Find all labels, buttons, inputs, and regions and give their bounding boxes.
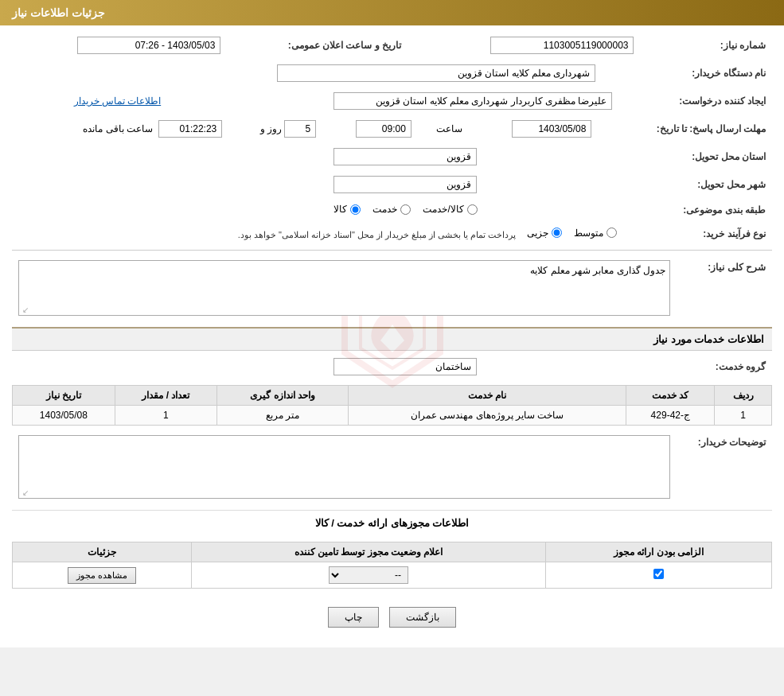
category-option-kala[interactable]: کالا xyxy=(333,204,361,215)
category-radio-kala-khedmat[interactable] xyxy=(467,204,478,215)
category-label: طبقه بندی موضوعی: xyxy=(484,200,772,220)
content-area: شماره نیاز: تاریخ و ساعت اعلان عمومی: نا… xyxy=(0,25,784,647)
need-number-input[interactable] xyxy=(490,37,634,54)
perm-col-details: جزئیات xyxy=(13,542,192,562)
form-row-2: نام دستگاه خریدار: xyxy=(12,61,772,85)
buyer-desc-resize: ↙ xyxy=(21,488,29,496)
province-input[interactable] xyxy=(333,148,477,165)
back-button[interactable]: بازگشت xyxy=(389,607,456,628)
description-box: جدول گذاری معابر شهر معلم کلایه ↙ xyxy=(18,260,670,316)
divider-1 xyxy=(12,250,772,251)
form-row-7: طبقه بندی موضوعی: کالا/خدمت خدمت xyxy=(12,200,772,220)
resize-handle: ↙ xyxy=(21,305,29,313)
service-row-num: 1 xyxy=(715,406,772,426)
service-date: 1403/05/08 xyxy=(13,406,115,426)
buyer-org-label: نام دستگاه خریدار: xyxy=(602,61,772,85)
perm-details-cell: مشاهده مجوز xyxy=(13,562,192,589)
buyer-desc-box: ↙ xyxy=(18,435,670,499)
service-group-label: گروه خدمت: xyxy=(483,355,772,379)
category-radio-group: کالا/خدمت خدمت کالا xyxy=(333,204,477,215)
button-bar: بازگشت چاپ xyxy=(12,595,772,640)
deadline-date-input[interactable] xyxy=(512,120,591,138)
page-title: جزئیات اطلاعات نیاز xyxy=(12,6,105,19)
city-input[interactable] xyxy=(333,176,477,193)
service-unit: متر مربع xyxy=(217,406,349,426)
form-row-3: ایجاد کننده درخواست: اطلاعات تماس خریدار xyxy=(12,89,772,113)
purchase-type-medium[interactable]: متوسط xyxy=(574,227,617,239)
creator-label: ایجاد کننده درخواست: xyxy=(618,89,772,113)
form-row-6: شهر محل تحویل: xyxy=(12,173,772,196)
city-label: شهر محل تحویل: xyxy=(483,173,772,196)
perm-status-cell: -- xyxy=(192,562,546,589)
service-name: ساخت سایر پروژه‌های مهندسی عمران xyxy=(348,406,626,426)
form-row-8: نوع فرآیند خرید: متوسط جزیی پرداخت تمام … xyxy=(12,224,772,244)
col-unit: واحد اندازه گیری xyxy=(217,386,349,406)
form-row-1: شماره نیاز: تاریخ و ساعت اعلان عمومی: xyxy=(12,33,772,57)
col-name: نام خدمت xyxy=(348,386,626,406)
permissions-table: الزامی بودن ارائه مجوز اعلام وضعیت مجوز … xyxy=(12,542,772,589)
creator-value xyxy=(169,89,618,113)
purchase-type-group: متوسط جزیی xyxy=(527,227,617,239)
perm-required-checkbox[interactable] xyxy=(653,569,664,579)
category-option-khedmat[interactable]: خدمت xyxy=(372,204,411,215)
purchase-radio-partial[interactable] xyxy=(552,227,562,238)
permissions-section-title: اطلاعات مجوزهای ارائه خدمت / کالا xyxy=(12,510,772,535)
contact-link[interactable]: اطلاعات تماس خریدار xyxy=(74,95,162,107)
deadline-remaining-input[interactable] xyxy=(158,120,222,138)
description-text: جدول گذاری معابر شهر معلم کلایه xyxy=(19,261,669,280)
buyer-org-value xyxy=(12,61,602,85)
form-row-service-group: گروه خدمت: xyxy=(12,355,772,379)
col-row: ردیف xyxy=(715,386,772,406)
creator-input[interactable] xyxy=(333,92,612,110)
deadline-days-input[interactable] xyxy=(284,120,316,138)
view-permit-button[interactable]: مشاهده مجوز xyxy=(68,567,136,584)
date-value xyxy=(12,33,227,57)
service-qty: 1 xyxy=(115,406,217,426)
deadline-time-input[interactable] xyxy=(356,120,412,138)
need-number-value xyxy=(425,33,640,57)
perm-col-required: الزامی بودن ارائه مجوز xyxy=(546,542,772,562)
form-row-buyer-desc: توضیحات خریدار: ↙ xyxy=(12,432,772,502)
col-code: کد خدمت xyxy=(626,386,715,406)
perm-required-cell xyxy=(546,562,772,589)
date-label: تاریخ و ساعت اعلان عمومی: xyxy=(227,33,425,57)
buyer-desc-label: توضیحات خریدار: xyxy=(677,432,772,502)
col-date: تاریخ نیاز xyxy=(13,386,115,406)
deadline-days: روز و xyxy=(228,117,320,141)
purchase-radio-medium[interactable] xyxy=(607,227,617,238)
perm-col-status: اعلام وضعیت مجوز توسط تامین کننده xyxy=(192,542,546,562)
perm-status-select[interactable]: -- xyxy=(329,566,408,584)
page-header: جزئیات اطلاعات نیاز xyxy=(0,0,784,25)
deadline-time-label: ساعت xyxy=(418,117,466,141)
buyer-org-input[interactable] xyxy=(277,64,595,82)
services-section-title: اطلاعات خدمات مورد نیاز xyxy=(12,327,772,351)
page-wrapper: جزئیات اطلاعات نیاز شماره نیاز: تاریخ و … xyxy=(0,0,784,647)
deadline-label: مهلت ارسال پاسخ: تا تاریخ: xyxy=(598,117,772,141)
form-row-5: استان محل تحویل: xyxy=(12,145,772,169)
services-table: ردیف کد خدمت نام خدمت واحد اندازه گیری ت… xyxy=(12,385,772,426)
need-number-label: شماره نیاز: xyxy=(640,33,772,57)
col-qty: تعداد / مقدار xyxy=(115,386,217,406)
date-input[interactable] xyxy=(77,37,220,54)
description-label: شرح کلی نیاز: xyxy=(677,257,772,319)
category-radio-kala[interactable] xyxy=(350,204,361,215)
province-label: استان محل تحویل: xyxy=(483,145,772,169)
service-code: ج-42-429 xyxy=(626,406,715,426)
perm-row: -- مشاهده مجوز xyxy=(13,562,772,589)
purchase-note: پرداخت تمام یا بخشی از مبلغ خریدار از مح… xyxy=(238,230,517,239)
deadline-days-label: روز و xyxy=(260,123,282,134)
service-group-input[interactable] xyxy=(333,358,477,375)
purchase-type-partial[interactable]: جزیی xyxy=(527,227,562,239)
form-row-description: شرح کلی نیاز: جدول گذاری معابر شهر معلم … xyxy=(12,257,772,319)
category-radio-khedmat[interactable] xyxy=(400,204,411,215)
category-option-kala-khedmat[interactable]: کالا/خدمت xyxy=(423,204,477,215)
deadline-remaining-label: ساعت باقی مانده xyxy=(83,123,153,134)
print-button[interactable]: چاپ xyxy=(328,607,379,628)
purchase-type-label: نوع فرآیند خرید: xyxy=(623,224,772,244)
form-row-4: مهلت ارسال پاسخ: تا تاریخ: ساعت روز و سا… xyxy=(12,117,772,141)
service-row: 1 ج-42-429 ساخت سایر پروژه‌های مهندسی عم… xyxy=(13,406,772,426)
